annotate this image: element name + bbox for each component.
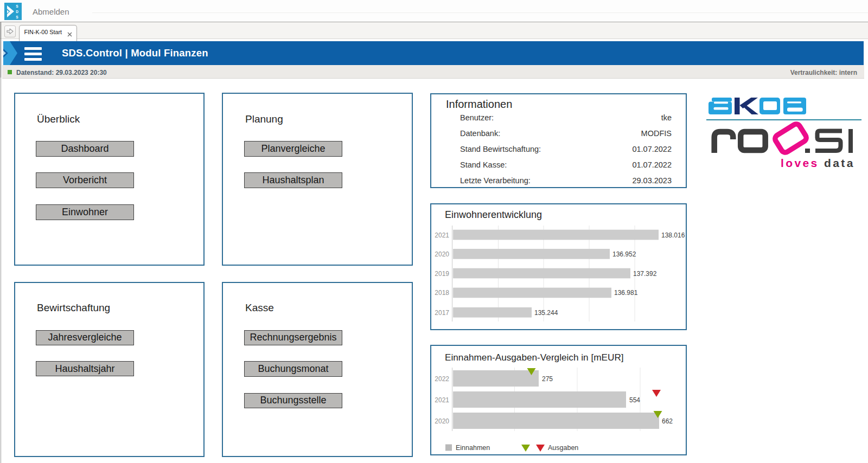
- svg-text:136.952: 136.952: [612, 250, 636, 258]
- svg-text:2018: 2018: [435, 289, 449, 297]
- svg-text:D: D: [16, 10, 18, 14]
- svg-text:662: 662: [662, 417, 673, 425]
- svg-text:2020: 2020: [435, 250, 449, 258]
- svg-text:2019: 2019: [435, 270, 449, 278]
- svg-text:2021: 2021: [435, 232, 449, 239]
- svg-text:138.016: 138.016: [661, 232, 685, 239]
- svg-text:S: S: [16, 4, 18, 8]
- svg-text:137.392: 137.392: [633, 270, 657, 278]
- svg-text:S: S: [16, 15, 18, 19]
- svg-text:136.981: 136.981: [614, 289, 638, 297]
- svg-text:Ausgaben: Ausgaben: [548, 444, 578, 452]
- svg-text:2022: 2022: [435, 375, 449, 383]
- svg-text:Einnahmen: Einnahmen: [456, 444, 490, 452]
- svg-text:275: 275: [542, 375, 553, 383]
- svg-text:2021: 2021: [435, 396, 449, 404]
- svg-text:2017: 2017: [435, 309, 449, 317]
- svg-text:135.244: 135.244: [534, 309, 558, 317]
- svg-text:554: 554: [629, 396, 640, 404]
- svg-text:2020: 2020: [435, 417, 449, 425]
